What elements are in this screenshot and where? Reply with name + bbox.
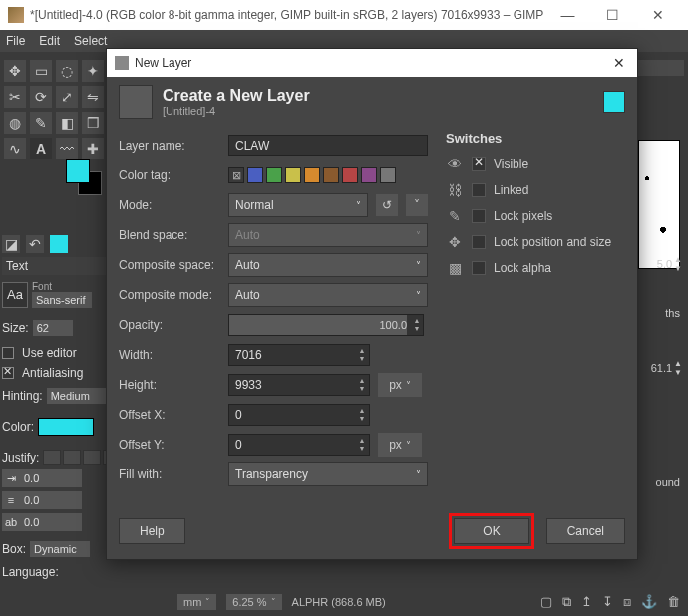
brush-icon: ✎ bbox=[446, 208, 464, 224]
mode-reset-button[interactable]: ↺ bbox=[376, 194, 398, 216]
use-editor-checkbox[interactable] bbox=[2, 347, 14, 359]
free-select-icon[interactable]: ◌ bbox=[56, 60, 78, 82]
eraser-tool-icon[interactable]: ◧ bbox=[56, 112, 78, 134]
right-dock bbox=[638, 60, 684, 269]
status-icon-4[interactable]: ↧ bbox=[602, 594, 613, 610]
fill-with-label: Fill with: bbox=[119, 467, 220, 481]
menu-edit[interactable]: Edit bbox=[39, 34, 60, 48]
dock-tab[interactable] bbox=[638, 60, 684, 76]
pencil-tool-icon[interactable]: ✎ bbox=[30, 112, 52, 134]
close-window-button[interactable]: ✕ bbox=[635, 0, 680, 30]
offset-x-label: Offset X: bbox=[119, 408, 220, 422]
zoom-select[interactable]: 6.25 %˅ bbox=[226, 594, 281, 610]
color-tag-6[interactable] bbox=[342, 167, 358, 183]
letter-spacing-spinner[interactable]: ab0.0 bbox=[2, 513, 82, 531]
color-tag-2[interactable] bbox=[266, 167, 282, 183]
size-input[interactable] bbox=[33, 320, 73, 336]
justify-left-icon[interactable] bbox=[43, 450, 61, 465]
hinting-select[interactable]: Medium bbox=[47, 388, 106, 404]
lock-alpha-checkbox[interactable] bbox=[472, 261, 486, 275]
dialog-title: New Layer bbox=[135, 56, 191, 70]
status-icon-2[interactable]: ⧉ bbox=[562, 594, 571, 610]
scale-tool-icon[interactable]: ⤢ bbox=[56, 86, 78, 108]
justify-right-icon[interactable] bbox=[63, 450, 81, 465]
measure-tool-icon[interactable]: ✚ bbox=[82, 138, 104, 159]
opacity-slider[interactable]: 100.0 ▲▼ bbox=[228, 314, 424, 336]
maximize-button[interactable]: ☐ bbox=[590, 0, 635, 30]
color-tag-1[interactable] bbox=[247, 167, 263, 183]
menu-file[interactable]: File bbox=[6, 34, 25, 48]
font-preview-icon[interactable]: Aa bbox=[2, 282, 28, 308]
offset-y-input[interactable]: 0▲▼ bbox=[228, 434, 370, 456]
mode-label: Mode: bbox=[119, 198, 220, 212]
smudge-tool-icon[interactable]: ∿ bbox=[4, 138, 26, 159]
status-icon-7[interactable]: 🗑 bbox=[667, 594, 680, 610]
color-swatches[interactable] bbox=[66, 159, 90, 183]
color-tag-0[interactable]: ⊠ bbox=[228, 167, 244, 183]
color-tag-5[interactable] bbox=[323, 167, 339, 183]
undo-history-icon[interactable]: ↶ bbox=[26, 235, 44, 253]
lock-position-checkbox[interactable] bbox=[472, 235, 486, 249]
box-select[interactable]: Dynamic bbox=[30, 541, 90, 557]
tab-icon[interactable]: ◪ bbox=[2, 235, 20, 253]
status-icon-3[interactable]: ↥ bbox=[581, 594, 592, 610]
size-unit-select[interactable]: px˅ bbox=[378, 373, 422, 397]
visible-checkbox[interactable] bbox=[472, 157, 486, 171]
color-tag-7[interactable] bbox=[361, 167, 377, 183]
flip-tool-icon[interactable]: ⇋ bbox=[82, 86, 104, 108]
ok-button[interactable]: OK bbox=[454, 518, 528, 544]
color-tag-3[interactable] bbox=[285, 167, 301, 183]
mode-menu-button[interactable]: ˅ bbox=[406, 194, 428, 216]
bucket-tool-icon[interactable]: ◍ bbox=[4, 112, 26, 134]
move-tool-icon[interactable]: ✥ bbox=[4, 60, 26, 82]
antialiasing-checkbox[interactable] bbox=[2, 367, 14, 379]
composite-mode-select[interactable]: Auto˅ bbox=[228, 283, 428, 307]
color-tag-4[interactable] bbox=[304, 167, 320, 183]
justify-center-icon[interactable] bbox=[83, 450, 101, 465]
path-tool-icon[interactable]: 〰 bbox=[56, 138, 78, 159]
linked-checkbox[interactable] bbox=[472, 183, 486, 197]
font-input[interactable] bbox=[32, 292, 92, 308]
lock-pixels-checkbox[interactable] bbox=[472, 209, 486, 223]
unit-select[interactable]: mm˅ bbox=[177, 594, 216, 610]
color-tag-row: ⊠ bbox=[228, 167, 396, 183]
help-button[interactable]: Help bbox=[119, 518, 185, 544]
height-input[interactable]: 9933▲▼ bbox=[228, 374, 370, 396]
mode-select[interactable]: Normal˅ bbox=[228, 193, 368, 217]
clone-tool-icon[interactable]: ❒ bbox=[82, 112, 104, 134]
move-icon: ✥ bbox=[446, 234, 464, 250]
status-icon-1[interactable]: ▢ bbox=[540, 594, 552, 610]
dialog-subheading: [Untitled]-4 bbox=[163, 105, 310, 117]
new-layer-dialog: New Layer ✕ Create a New Layer [Untitled… bbox=[106, 48, 638, 560]
color-tab-icon[interactable] bbox=[50, 235, 68, 253]
status-icon-6[interactable]: ⚓ bbox=[641, 594, 657, 610]
status-info: ALPHR (868.6 MB) bbox=[292, 596, 386, 608]
color-tag-8[interactable] bbox=[380, 167, 396, 183]
offset-unit-select[interactable]: px˅ bbox=[378, 433, 422, 457]
crop-tool-icon[interactable]: ✂ bbox=[4, 86, 26, 108]
width-input[interactable]: 7016▲▼ bbox=[228, 344, 370, 366]
toolbox: ✥ ▭ ◌ ✦ ✂ ⟳ ⤢ ⇋ ◍ ✎ ◧ ❒ ∿ A 〰 ✚ bbox=[4, 60, 104, 163]
dialog-close-button[interactable]: ✕ bbox=[609, 55, 629, 71]
composite-space-select[interactable]: Auto˅ bbox=[228, 253, 428, 277]
layer-name-input[interactable] bbox=[228, 135, 428, 156]
rect-select-icon[interactable]: ▭ bbox=[30, 60, 52, 82]
navigation-thumbnail[interactable] bbox=[638, 140, 680, 269]
right-spinner-2[interactable]: 61.1▲▼ bbox=[651, 359, 682, 377]
cancel-button[interactable]: Cancel bbox=[546, 518, 625, 544]
line-spacing-spinner[interactable]: ≡0.0 bbox=[2, 491, 82, 509]
panel-header: Text bbox=[2, 257, 106, 275]
text-color-button[interactable] bbox=[38, 418, 94, 436]
right-spinner-1[interactable]: 5.0▲▼ bbox=[657, 255, 682, 273]
ok-highlight: OK bbox=[449, 513, 533, 549]
minimize-button[interactable]: — bbox=[545, 0, 590, 30]
status-icon-5[interactable]: ⧈ bbox=[623, 594, 631, 610]
menu-select[interactable]: Select bbox=[74, 34, 107, 48]
rotate-tool-icon[interactable]: ⟳ bbox=[30, 86, 52, 108]
fuzzy-select-icon[interactable]: ✦ bbox=[82, 60, 104, 82]
fill-with-select[interactable]: Transparency˅ bbox=[228, 462, 428, 486]
foreground-swatch[interactable] bbox=[66, 159, 90, 183]
indent-spinner[interactable]: ⇥0.0 bbox=[2, 469, 82, 487]
text-tool-icon[interactable]: A bbox=[30, 138, 52, 159]
offset-x-input[interactable]: 0▲▼ bbox=[228, 404, 370, 426]
